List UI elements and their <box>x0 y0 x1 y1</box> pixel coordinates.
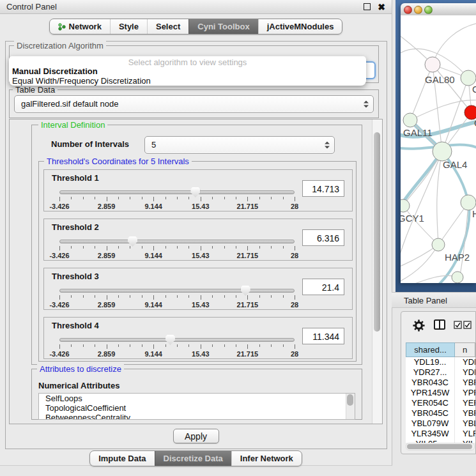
slider-tick <box>177 197 178 199</box>
slider-tick <box>142 246 142 249</box>
threshold-value-field[interactable]: 6.316 <box>302 229 344 246</box>
network-node-gal80[interactable] <box>425 57 440 72</box>
tab-style[interactable]: Style <box>110 19 147 34</box>
threshold-slider[interactable]: -3.4262.8599.14415.4321.71528 <box>59 236 295 259</box>
table-row[interactable]: YDR27...YDR2 <box>406 367 475 378</box>
network-window-titlebar[interactable] <box>401 3 476 16</box>
column-header[interactable]: n <box>455 342 475 357</box>
tab-network[interactable]: Network <box>50 19 110 34</box>
tab-jactivemnodules[interactable]: jActiveMNodules <box>258 19 342 34</box>
slider-tick <box>259 246 260 249</box>
settings-scrollbar-thumb[interactable] <box>374 132 380 332</box>
threshold-slider[interactable]: -3.4262.8599.14415.4321.71528 <box>59 334 295 357</box>
control-panel-titlebar: Control Panel ✖ <box>0 0 392 14</box>
slider-track[interactable] <box>59 338 295 342</box>
network-node-gal11[interactable] <box>403 113 417 127</box>
table-data-combobox[interactable]: galFiltered.sif default node <box>14 95 374 113</box>
zoom-traffic-light-icon[interactable] <box>424 6 433 14</box>
table-row[interactable]: YPR145WYPR1 <box>406 388 475 398</box>
network-node-gcy1[interactable] <box>401 199 410 212</box>
close-traffic-light-icon[interactable] <box>404 6 412 14</box>
table-row[interactable]: YBR043CYBR0 <box>406 378 475 388</box>
table-data-value: galFiltered.sif default node <box>21 96 118 112</box>
slider-tick <box>142 197 142 199</box>
threshold-value-field[interactable]: 14.713 <box>302 180 344 197</box>
slider-tick <box>283 344 284 347</box>
table-row[interactable]: YBL079WYBL0 <box>406 418 475 429</box>
bottom-tab-group: Impute DataDiscretize DataInfer Network <box>89 450 302 466</box>
threshold-box: Threshold 2-3.4262.8599.14415.4321.71528… <box>43 219 353 261</box>
algorithm-option[interactable]: Equal Width/Frequency Discretization <box>12 76 151 86</box>
network-node-label: GAL11 <box>403 127 433 138</box>
threshold-slider[interactable]: -3.4262.8599.14415.4321.71528 <box>59 285 295 308</box>
minimize-traffic-light-icon[interactable] <box>414 6 422 14</box>
apply-button[interactable]: Apply <box>173 429 219 443</box>
tab-label: Impute Data <box>98 454 146 463</box>
table-row[interactable]: YBR045CYBR0 <box>406 408 475 418</box>
checkbox-icon[interactable] <box>463 321 472 329</box>
slider-tick <box>247 246 248 250</box>
algorithm-placeholder: Select algorithm to view settings <box>9 58 366 67</box>
tab-impute-data[interactable]: Impute Data <box>90 451 154 466</box>
network-node[interactable] <box>452 272 463 283</box>
table-cell: YBR0 <box>455 378 475 388</box>
column-header[interactable]: shared... <box>406 342 455 357</box>
close-icon[interactable]: ✖ <box>378 4 385 10</box>
table-row[interactable]: YDL19...YDL1 <box>406 357 475 367</box>
slider-scale-label: 2.859 <box>98 350 116 358</box>
table-row[interactable]: YER054CYER0 <box>406 398 475 408</box>
control-panel-window: Control Panel ✖ NetworkStyleSelectCyni T… <box>0 0 392 466</box>
settings-scrollbar[interactable] <box>372 119 382 424</box>
numerical-attributes-list[interactable]: SelfLoopsTopologicalCoefficientBetweenne… <box>38 393 355 420</box>
tab-infer-network[interactable]: Infer Network <box>231 451 302 466</box>
tab-cyni-toolbox[interactable]: Cyni Toolbox <box>188 19 257 34</box>
slider-scale-label: 15.43 <box>192 252 210 259</box>
split-columns-icon[interactable] <box>434 319 445 330</box>
slider-handle[interactable] <box>128 236 137 247</box>
slider-tick <box>295 344 295 349</box>
slider-tick <box>295 246 295 250</box>
threshold-value-field[interactable]: 21.4 <box>302 279 344 295</box>
table-row[interactable]: YLR345WYLR3 <box>406 429 475 439</box>
slider-tick <box>259 197 260 199</box>
slider-tick <box>107 344 107 349</box>
threshold-value-field[interactable]: 11.344 <box>302 328 344 344</box>
checkbox-icon[interactable] <box>454 321 462 329</box>
network-node-hap2[interactable] <box>432 238 445 251</box>
attribute-list-item[interactable]: SelfLoops <box>39 394 355 403</box>
slider-scale-label: 21.715 <box>237 301 259 309</box>
network-canvas[interactable]: GAL80GCGAL11GAL4GCY1HHAP2 <box>401 15 476 283</box>
attribute-list-item[interactable]: TopologicalCoefficient <box>39 403 355 413</box>
table-cell: YBL079W <box>406 418 455 429</box>
slider-track[interactable] <box>59 240 295 243</box>
number-of-intervals-label: Number of Intervals <box>51 139 129 149</box>
table-cell: YER0 <box>455 398 475 408</box>
slider-handle[interactable] <box>190 187 200 197</box>
tab-discretize-data[interactable]: Discretize Data <box>155 451 231 466</box>
tab-select[interactable]: Select <box>147 19 188 34</box>
slider-tick <box>95 197 95 199</box>
slider-tick <box>188 246 189 249</box>
slider-track[interactable] <box>59 289 295 293</box>
gear-icon[interactable] <box>413 319 425 332</box>
attribute-list-item[interactable]: BetweennessCentrality <box>39 413 355 420</box>
slider-tick <box>83 295 84 298</box>
network-node-gal4[interactable] <box>433 142 452 161</box>
table-scrollbar-thumb[interactable] <box>407 444 472 449</box>
algorithm-option[interactable]: Manual Discretization <box>12 66 98 76</box>
spinner-stepper-icon <box>325 142 330 149</box>
table-horizontal-scrollbar[interactable] <box>406 443 475 450</box>
slider-track[interactable] <box>59 190 295 194</box>
slider-tick <box>177 295 178 298</box>
slider-tick <box>95 246 95 249</box>
threshold-slider[interactable]: -3.4262.8599.14415.4321.71528 <box>59 187 295 210</box>
slider-handle[interactable] <box>241 286 250 296</box>
slider-handle[interactable] <box>165 335 175 345</box>
slider-tick <box>130 344 130 347</box>
float-window-icon[interactable] <box>364 3 371 10</box>
table-panel-titlebar: Table Panel <box>392 292 476 308</box>
slider-tick <box>165 344 166 347</box>
slider-tick <box>247 197 248 201</box>
attributes-list-scrollbar[interactable] <box>346 394 355 419</box>
number-of-intervals-spinner[interactable]: 5 <box>144 136 335 154</box>
